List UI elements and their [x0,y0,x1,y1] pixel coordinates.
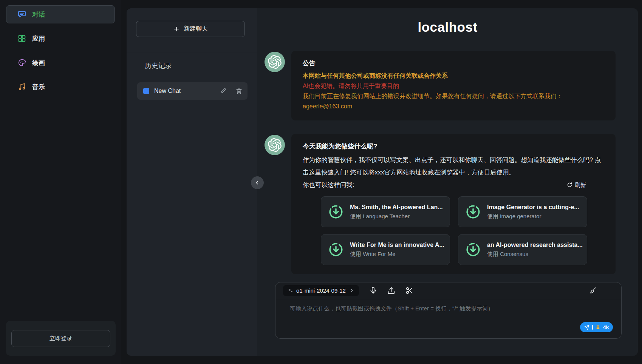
suggestion-subtitle: 使用 Language Teacher [350,213,443,220]
suggestion-card[interactable]: Ms. Smith, the AI-powered Lan... 使用 Lang… [321,196,450,227]
announcement-heading: 公告 [303,59,604,68]
composer: o1-mini-2024-09-12 [275,282,622,339]
announcement-line: 本网站与任何其他公司或商标没有任何关联或合作关系 [303,71,604,81]
trash-icon[interactable] [236,88,242,94]
history-item-title: New Chat [154,88,215,94]
chevron-left-icon [254,180,260,186]
clear-broom-button[interactable] [589,287,597,295]
suggestion-subtitle: 使用 image generator [487,213,579,220]
openai-logo-icon [268,138,282,152]
suggestion-title: Write For Me is an innovative A... [350,242,444,248]
suggestion-title: Ms. Smith, the AI-powered Lan... [350,204,443,211]
avatar [265,135,285,155]
edit-icon[interactable] [220,88,226,94]
welcome-heading: 今天我能为您做些什么呢? [303,142,604,151]
sidebar: 对话 应用 绘画 [0,0,121,364]
download-circle-icon [328,242,344,258]
sidebar-item-apps[interactable]: 应用 [6,29,115,48]
login-button[interactable]: 立即登录 [11,330,110,347]
suggestion-title: an AI-powered research assista... [487,242,583,248]
plus-icon [173,26,180,32]
history-item[interactable]: New Chat [137,82,248,100]
broom-icon [589,287,597,295]
sidebar-item-label: 对话 [32,10,45,19]
divider [127,52,257,52]
message-welcome: 今天我能为您做些什么呢? 作为你的智慧伙伴，我不仅可以写文案、出点子，还可以和你… [265,134,638,274]
composer-toolbar: o1-mini-2024-09-12 [275,282,621,299]
new-chat-button[interactable]: 新建聊天 [136,21,245,37]
suggestion-grid: Ms. Smith, the AI-powered Lan... 使用 Lang… [321,196,604,265]
token-count: 4k [603,324,609,330]
sidebar-nav: 对话 应用 绘画 [0,0,121,96]
announcement-line: 我们目前正在修复我们网站上的错误并改进细节。如果您有任何疑问，请通过以下方式联系… [303,91,604,101]
collapse-panel-button[interactable] [251,176,264,189]
divider [592,325,593,330]
suggestion-card[interactable]: Write For Me is an innovative A... 使用 Wr… [321,234,450,265]
suggestion-subtitle: 使用 Write For Me [350,251,444,258]
sidebar-item-paint[interactable]: 绘画 [6,54,115,72]
suggestion-card[interactable]: Image Generator is a cutting-e... 使用 ima… [458,196,587,227]
history-title: 历史记录 [145,61,257,70]
palette-icon [18,59,26,67]
chevron-right-icon [349,288,354,293]
sparkle-icon [288,288,293,293]
model-selector[interactable]: o1-mini-2024-09-12 [283,285,359,296]
sidebar-item-label: 绘画 [32,59,45,67]
sidebar-item-label: 应用 [32,34,45,43]
coins-icon [596,325,600,330]
scissors-button[interactable] [405,287,413,295]
mic-button[interactable] [369,287,377,295]
download-circle-icon [465,204,481,220]
ask-hint: 你也可以这样问我: [303,179,354,191]
sidebar-item-chat[interactable]: 对话 [6,5,115,23]
send-icon [584,325,589,330]
message-announcement: 公告 本网站与任何其他公司或商标没有任何关联或合作关系 AI也会犯错。请勿将其用… [265,51,638,120]
upload-button[interactable] [387,287,395,295]
refresh-icon [567,182,572,188]
workspace: 新建聊天 历史记录 New Chat [127,8,638,356]
download-circle-icon [328,204,344,220]
welcome-body: 作为你的智慧伙伴，我不仅可以写文案、出点子，还可以和你聊天、回答问题。想知道我还… [303,154,604,179]
login-card: 立即登录 [6,321,116,356]
new-chat-label: 新建聊天 [184,25,208,33]
openai-logo-icon [268,55,282,69]
sidebar-item-music[interactable]: 音乐 [6,78,115,96]
avatar [265,52,285,72]
scissors-icon [405,287,413,295]
music-note-icon [18,83,26,91]
apps-grid-icon [18,34,26,43]
welcome-bubble: 今天我能为您做些什么呢? 作为你的智慧伙伴，我不仅可以写文案、出点子，还可以和你… [291,134,616,274]
chat-square-icon [143,88,149,94]
chat-bubble-icon [18,10,26,19]
model-name: o1-mini-2024-09-12 [296,287,346,294]
announcement-line: AI也会犯错。请勿将其用于重要目的 [303,81,604,91]
refresh-button[interactable]: 刷新 [567,179,586,191]
history-panel: 新建聊天 历史记录 New Chat [127,8,257,356]
announcement-bubble: 公告 本网站与任何其他公司或商标没有任何关联或合作关系 AI也会犯错。请勿将其用… [291,51,616,120]
page-title: localhost [257,20,638,35]
upload-icon [387,287,395,295]
message-input[interactable] [275,299,621,322]
suggestion-subtitle: 使用 Consensus [487,251,583,258]
refresh-label: 刷新 [575,179,586,191]
suggestion-card[interactable]: an AI-powered research assista... 使用 Con… [458,234,587,265]
sidebar-item-label: 音乐 [32,83,45,91]
mic-icon [369,287,377,295]
chat-panel: localhost 公告 本网站与任何其他公司或商标没有任何关联或合作关系 AI… [257,8,638,356]
suggestion-title: Image Generator is a cutting-e... [487,204,579,211]
send-button[interactable]: 4k [580,322,613,332]
announcement-email: ageerle@163.com [303,101,604,111]
download-circle-icon [465,242,481,258]
